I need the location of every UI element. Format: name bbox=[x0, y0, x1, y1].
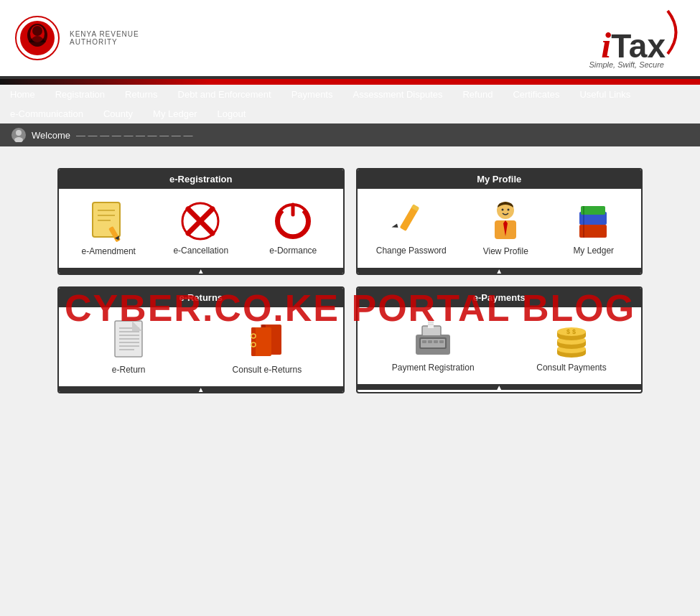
kra-logo-section: Kenya Revenue Authority bbox=[14, 15, 139, 62]
item-ecancellation[interactable]: e-Cancellation bbox=[172, 202, 230, 256]
itax-tagline: Simple, Swift, Secure bbox=[589, 60, 686, 69]
main-content: e-Registration e-Amendment bbox=[0, 146, 700, 408]
card-returns-footer[interactable]: ▲ bbox=[59, 386, 343, 392]
card-eregistration: e-Registration e-Amendment bbox=[57, 168, 345, 275]
change-password-icon bbox=[391, 202, 431, 241]
card-payments-header: e-Payments bbox=[358, 288, 642, 307]
card-payments-footer[interactable]: ▲ bbox=[358, 384, 642, 390]
footer-arrow-up-profile: ▲ bbox=[495, 267, 503, 275]
nav-assessment[interactable]: Assessment Disputes bbox=[342, 85, 452, 104]
label-viewprofile: View Profile bbox=[483, 246, 528, 256]
nav-debt[interactable]: Debt and Enforcement bbox=[168, 85, 281, 104]
svg-point-4 bbox=[32, 26, 42, 36]
card-epayments: e-Payments bbox=[356, 286, 643, 393]
footer-arrow-up-returns: ▲ bbox=[197, 386, 205, 393]
nav-refund[interactable]: Refund bbox=[452, 85, 503, 104]
cancellation-icon bbox=[181, 202, 220, 241]
item-edormance[interactable]: e-Dormance bbox=[264, 202, 322, 256]
card-profile-header: My Profile bbox=[358, 169, 642, 189]
nav-my-ledger[interactable]: My Ledger bbox=[143, 104, 207, 123]
nav-registration[interactable]: Registration bbox=[45, 85, 115, 104]
nav-useful-links[interactable]: Useful Links bbox=[569, 85, 640, 104]
card-registration-footer[interactable]: ▲ bbox=[59, 268, 343, 274]
svg-point-69 bbox=[557, 327, 586, 336]
card-returns-header: e-Returns bbox=[59, 288, 343, 307]
nav-row-2: e-Communication County My Ledger Logout bbox=[0, 104, 700, 123]
dashboard-grid: e-Registration e-Amendment bbox=[57, 168, 643, 393]
svg-marker-20 bbox=[392, 222, 400, 230]
card-myprofile: My Profile Change Password bbox=[356, 168, 643, 275]
nav-certificates[interactable]: Certificates bbox=[503, 85, 569, 104]
label-myledger: My Ledger bbox=[573, 246, 614, 256]
svg-text:$: $ bbox=[566, 328, 570, 335]
username-placeholder: — — — — — — — — — — bbox=[76, 130, 193, 141]
footer-arrow-up: ▲ bbox=[197, 267, 205, 275]
card-profile-footer[interactable]: ▲ bbox=[358, 268, 642, 274]
nav-returns[interactable]: Returns bbox=[115, 85, 168, 104]
label-payment-registration: Payment Registration bbox=[392, 363, 475, 373]
svg-rect-46 bbox=[251, 327, 256, 356]
item-payment-registration[interactable]: Payment Registration bbox=[392, 319, 475, 373]
svg-rect-29 bbox=[581, 206, 605, 215]
svg-point-24 bbox=[507, 209, 509, 211]
user-avatar-icon bbox=[11, 128, 26, 142]
nav-county[interactable]: County bbox=[93, 104, 143, 123]
label-consult-payments: Consult Payments bbox=[536, 363, 606, 373]
nav-payments[interactable]: Payments bbox=[281, 85, 343, 104]
item-viewprofile[interactable]: View Profile bbox=[477, 200, 534, 256]
label-ecancellation: e-Cancellation bbox=[173, 246, 228, 256]
svg-rect-55 bbox=[428, 340, 432, 343]
svg-point-23 bbox=[501, 209, 503, 211]
svg-point-6 bbox=[16, 130, 22, 136]
consult-returns-icon bbox=[246, 319, 289, 360]
main-nav: Home Registration Returns Debt and Enfor… bbox=[0, 85, 700, 123]
nav-logout[interactable]: Logout bbox=[207, 104, 256, 123]
welcome-bar: Welcome — — — — — — — — — — bbox=[0, 123, 700, 146]
footer-arrow-up-payments: ▲ bbox=[495, 383, 503, 391]
nav-row-1: Home Registration Returns Debt and Enfor… bbox=[0, 85, 700, 104]
label-eamendment: e-Amendment bbox=[82, 246, 136, 256]
itax-logo: i Tax Simple, Swift, Secure bbox=[589, 7, 686, 69]
item-eamendment[interactable]: e-Amendment bbox=[80, 200, 137, 256]
label-consult-returns: Consult e-Returns bbox=[233, 365, 302, 375]
card-returns-body: e-Return bbox=[59, 307, 343, 386]
dormance-icon bbox=[274, 202, 313, 241]
svg-rect-54 bbox=[422, 340, 426, 343]
view-profile-icon bbox=[486, 200, 526, 242]
card-payments-body: Payment Registration bbox=[358, 307, 642, 384]
svg-rect-56 bbox=[434, 340, 438, 343]
kra-emblem bbox=[14, 15, 61, 62]
red-divider bbox=[0, 79, 700, 85]
card-ereturns: e-Returns e-R bbox=[57, 286, 345, 393]
payment-registration-icon bbox=[412, 319, 454, 358]
welcome-text: Welcome bbox=[32, 130, 70, 141]
item-changepassword[interactable]: Change Password bbox=[376, 202, 447, 256]
label-edormance: e-Dormance bbox=[269, 246, 317, 256]
item-consult-returns[interactable]: Consult e-Returns bbox=[233, 319, 302, 375]
card-profile-body: Change Password bbox=[358, 189, 642, 268]
card-registration-header: e-Registration bbox=[59, 169, 343, 189]
nav-ecommunication[interactable]: e-Communication bbox=[0, 104, 93, 123]
card-registration-body: e-Amendment e-Cancellation bbox=[59, 189, 343, 268]
page-header: Kenya Revenue Authority i Tax Simple, Sw… bbox=[0, 0, 700, 79]
item-ereturn[interactable]: e-Return bbox=[100, 319, 157, 375]
consult-payments-icon: $ $ bbox=[551, 319, 592, 358]
amendment-icon bbox=[89, 200, 129, 242]
label-ereturn: e-Return bbox=[112, 365, 146, 375]
return-document-icon bbox=[109, 319, 149, 360]
label-changepassword: Change Password bbox=[376, 246, 447, 256]
nav-home[interactable]: Home bbox=[0, 85, 45, 104]
kra-title: Kenya Revenue Authority bbox=[70, 30, 139, 46]
ledger-icon bbox=[574, 202, 613, 241]
svg-text:$: $ bbox=[572, 328, 576, 335]
svg-rect-57 bbox=[439, 340, 444, 343]
item-consult-payments[interactable]: $ $ Consult Payments bbox=[536, 319, 606, 373]
item-myledger[interactable]: My Ledger bbox=[565, 202, 622, 256]
